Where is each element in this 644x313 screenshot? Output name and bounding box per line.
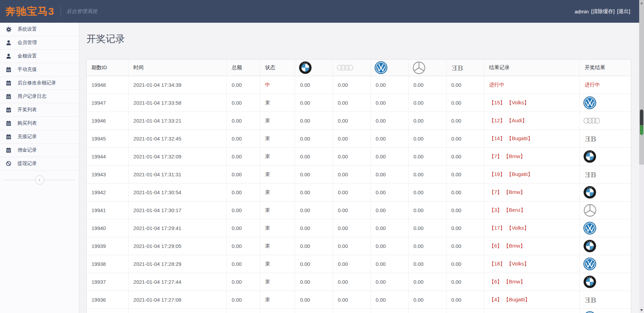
- cell-bet-bugatti: 0.00: [447, 201, 484, 219]
- table-row-19936: 199362021-01-04 17:27:080.00束0.000.000.0…: [87, 291, 631, 309]
- cell-bet-audi: 0.00: [333, 237, 371, 255]
- scrollbar-thumb[interactable]: [640, 109, 643, 135]
- cell-bet-audi: 0.00: [333, 130, 371, 147]
- top-header-bar: 奔驰宝马3 后台管理系统 admin [清除缓存] [退出]: [0, 0, 639, 23]
- sidebar-item-8[interactable]: 充值记录: [0, 130, 79, 144]
- cell-total: 0.00: [227, 130, 260, 147]
- cell-time: 2021-01-04 17:27:44: [129, 273, 227, 291]
- sidebar-item-3[interactable]: 手动充值: [0, 63, 79, 76]
- cell-empty: [371, 309, 409, 313]
- cell-empty: [260, 309, 295, 313]
- cell-result: EB: [580, 166, 631, 183]
- vw-logo-icon: [583, 311, 596, 313]
- cell-total: 0.00: [227, 112, 260, 129]
- svg-text:B: B: [591, 296, 597, 304]
- cell-bet-bmw: 0.00: [295, 237, 333, 255]
- cell-bet-audi: 0.00: [333, 255, 371, 273]
- cell-time: 2021-01-04 17:29:05: [129, 237, 227, 255]
- cell-record: 【6】 【Bmw】: [484, 237, 580, 255]
- cell-empty: [87, 309, 129, 313]
- cell-bet-vw: 0.00: [371, 255, 409, 273]
- sidebar-item-6[interactable]: 开奖列表: [0, 103, 79, 117]
- calendar-icon: [6, 80, 11, 86]
- benz-logo-icon: [412, 61, 426, 74]
- sidebar-item-10[interactable]: 提现记录: [0, 157, 79, 170]
- sidebar-item-7[interactable]: 购买列表: [0, 117, 79, 130]
- scrollbar-track[interactable]: [639, 0, 644, 165]
- cell-record: 【17】 【Volks】: [484, 219, 580, 237]
- cell-bet-bugatti: 0.00: [447, 184, 484, 201]
- table-row-19948: 199482021-01-04 17:34:390.00中0.000.000.0…: [87, 76, 631, 94]
- cell-time: 2021-01-04 17:33:58: [129, 94, 227, 112]
- logout-link[interactable]: [退出]: [617, 8, 630, 15]
- cell-bet-vw: 0.00: [371, 273, 409, 291]
- user-icon: [6, 53, 11, 59]
- cell-bet-vw: 0.00: [371, 94, 409, 112]
- cell-record: 【4】 【Bugatti】: [484, 291, 580, 309]
- cell-total: 0.00: [227, 148, 260, 165]
- cell-status: 束: [260, 166, 295, 183]
- cell-empty: [295, 309, 333, 313]
- cell-time: 2021-01-04 17:31:31: [129, 166, 227, 183]
- cell-record: 【3】 【Benz】: [484, 201, 580, 219]
- chevron-left-icon: ‹: [39, 177, 40, 182]
- cell-period-id: 19941: [87, 201, 129, 219]
- cell-bet-bmw: 0.00: [295, 148, 333, 165]
- col-header-status: 状态: [260, 60, 295, 76]
- cell-total: 0.00: [227, 237, 260, 255]
- calendar-icon: [6, 121, 11, 126]
- vertical-scrollbar[interactable]: [639, 0, 644, 313]
- clear-cache-link[interactable]: [清除缓存]: [591, 8, 614, 15]
- sidebar-item-4[interactable]: 后台修改余额记录: [0, 76, 79, 90]
- logo-divider: [61, 6, 61, 17]
- cell-record: 【7】 【Bmw】: [484, 184, 580, 201]
- app-subtitle: 后台管理系统: [66, 8, 97, 15]
- table-row-19947: 199472021-01-04 17:33:580.00束0.000.000.0…: [87, 94, 631, 112]
- table-row-19946: 199462021-01-04 17:33:210.00束0.000.000.0…: [87, 112, 631, 130]
- cell-status: 束: [260, 291, 295, 309]
- cell-time: 2021-01-04 17:29:41: [129, 219, 227, 237]
- cell-bet-bmw: 0.00: [295, 76, 333, 94]
- scroll-down-arrow-icon[interactable]: [640, 309, 643, 311]
- sidebar-item-9[interactable]: 佣金记录: [0, 144, 79, 157]
- cell-period-id: 19937: [87, 273, 129, 291]
- cell-result: [580, 219, 631, 237]
- cell-record: 【19】 【Bugatti】: [484, 166, 580, 183]
- cell-total: 0.00: [227, 76, 260, 94]
- cell-bet-vw: 0.00: [371, 291, 409, 309]
- cell-time: 2021-01-04 17:27:08: [129, 291, 227, 309]
- table-row-19945: 199452021-01-04 17:32:450.00束0.000.000.0…: [87, 130, 631, 148]
- cell-bet-benz: 0.00: [409, 291, 447, 309]
- cell-bet-bugatti: 0.00: [447, 255, 484, 273]
- svg-text:B: B: [591, 135, 597, 143]
- svg-text:E: E: [585, 171, 590, 179]
- sidebar-item-1[interactable]: 会员管理: [0, 36, 79, 50]
- sidebar-item-label: 会员管理: [18, 40, 37, 46]
- cell-bet-bmw: 0.00: [295, 291, 333, 309]
- scroll-up-arrow-icon[interactable]: [640, 2, 643, 4]
- cell-bet-bmw: 0.00: [295, 201, 333, 219]
- cell-total: 0.00: [227, 94, 260, 112]
- cell-result: BMW: [580, 237, 631, 255]
- cell-period-id: 19945: [87, 130, 129, 147]
- col-header-bmw: BMW: [295, 60, 333, 76]
- svg-text:E: E: [585, 296, 590, 304]
- cell-status: 束: [260, 273, 295, 291]
- sidebar-item-label: 提现记录: [18, 160, 37, 167]
- sidebar-item-5[interactable]: 用户记录日志: [0, 90, 79, 103]
- cell-status: 束: [260, 219, 295, 237]
- cell-result: EB: [580, 130, 631, 147]
- cell-total: 0.00: [227, 255, 260, 273]
- sidebar-collapse-area: ‹: [0, 175, 79, 185]
- sidebar-item-label: 充值记录: [18, 134, 37, 140]
- cell-bet-bugatti: 0.00: [447, 166, 484, 183]
- cell-status: 束: [260, 184, 295, 201]
- bmw-logo-icon: BMW: [583, 186, 596, 199]
- sidebar-collapse-button[interactable]: ‹: [35, 175, 44, 185]
- sidebar-item-2[interactable]: 金额设置: [0, 50, 79, 63]
- col-header-vw: [371, 60, 409, 76]
- page-title: 开奖记录: [86, 32, 639, 45]
- sidebar-item-0[interactable]: 系统设置: [0, 23, 79, 36]
- cell-time: 2021-01-04 17:28:29: [129, 255, 227, 273]
- sidebar-item-label: 佣金记录: [18, 147, 37, 153]
